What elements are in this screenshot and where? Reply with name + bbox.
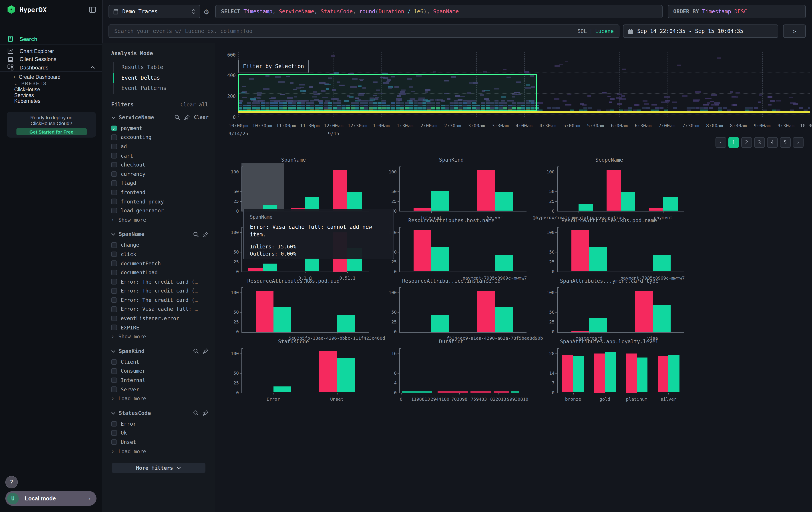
pin-icon[interactable] [203, 231, 208, 237]
filter-checkbox-row[interactable]: frontend [111, 188, 209, 197]
load-more-button[interactable]: ›Show more [111, 332, 209, 341]
help-button[interactable]: ? [5, 476, 18, 488]
checkbox-unchecked[interactable] [111, 297, 117, 303]
sidebar-collapse-icon[interactable] [89, 6, 96, 13]
sidebar-item-kubernetes[interactable]: Kubernetes [14, 98, 40, 104]
filter-checkbox-row[interactable]: documentFetch [111, 259, 209, 268]
lucene-toggle[interactable]: Lucene [595, 28, 614, 34]
checkbox-unchecked[interactable] [111, 134, 117, 140]
filter-checkbox-row[interactable]: checkout [111, 160, 209, 169]
search-input[interactable]: Search your events w/ Lucene ex. column:… [109, 25, 619, 38]
page-next-button[interactable]: › [793, 137, 803, 147]
chevron-down-icon[interactable] [111, 412, 116, 414]
filter-checkbox-row[interactable]: Ok [111, 428, 209, 437]
filter-checkbox-row[interactable]: Error: The credit card (… [111, 295, 209, 304]
search-icon[interactable] [193, 410, 199, 416]
checkbox-unchecked[interactable] [111, 368, 117, 374]
sidebar-item-search[interactable]: Search [0, 35, 102, 43]
checkbox-unchecked[interactable] [111, 316, 117, 321]
checkbox-unchecked[interactable] [111, 251, 117, 257]
page-3-button[interactable]: 3 [754, 137, 765, 147]
checkbox-unchecked[interactable] [111, 378, 117, 383]
filter-by-selection-button[interactable]: Filter by Selection [238, 60, 309, 73]
checkbox-unchecked[interactable] [111, 359, 117, 365]
search-icon[interactable] [193, 231, 199, 237]
checkbox-unchecked[interactable] [111, 439, 117, 445]
pin-icon[interactable] [203, 410, 208, 416]
filter-checkbox-row[interactable]: frontend-proxy [111, 197, 209, 206]
date-range-picker[interactable]: Sep 14 22:04:35 - Sep 15 10:04:35 [623, 25, 778, 38]
filter-checkbox-row[interactable]: Error: The credit card (… [111, 277, 209, 286]
checkbox-unchecked[interactable] [111, 199, 117, 204]
filter-checkbox-row[interactable]: Internal [111, 376, 209, 385]
checkbox-unchecked[interactable] [111, 306, 117, 312]
heatmap-selection-box[interactable] [238, 74, 537, 111]
filter-checkbox-row[interactable]: Client [111, 357, 209, 367]
checkbox-unchecked[interactable] [111, 162, 117, 168]
source-selector[interactable]: Demo Traces [109, 5, 200, 18]
search-icon[interactable] [174, 114, 180, 120]
analysis-mode-results-table[interactable]: Results Table [113, 62, 209, 73]
checkbox-unchecked[interactable] [111, 153, 117, 159]
filter-checkbox-row[interactable]: Consumer [111, 367, 209, 376]
chevron-down-icon[interactable] [111, 350, 116, 352]
checkbox-unchecked[interactable] [111, 261, 117, 266]
filter-checkbox-row[interactable]: change [111, 240, 209, 249]
sidebar-item-clickhouse[interactable]: ClickHouse [14, 87, 40, 92]
checkbox-unchecked[interactable] [111, 171, 117, 177]
pin-icon[interactable] [184, 114, 190, 120]
filter-checkbox-row[interactable]: flagd [111, 179, 209, 188]
pin-icon[interactable] [203, 348, 208, 354]
filter-checkbox-row[interactable]: documentLoad [111, 268, 209, 277]
clear-all-button[interactable]: Clear all [180, 101, 208, 108]
checkbox-unchecked[interactable] [111, 242, 117, 248]
sidebar-item-services[interactable]: Services [14, 92, 34, 98]
page-2-button[interactable]: 2 [741, 137, 752, 147]
page-1-button[interactable]: 1 [728, 137, 739, 147]
checkbox-unchecked[interactable] [111, 325, 117, 330]
load-more-button[interactable]: ›Show more [111, 215, 209, 224]
get-started-button[interactable]: Get Started for Free [16, 128, 86, 135]
checkbox-unchecked[interactable] [111, 143, 117, 149]
search-icon[interactable] [193, 348, 199, 354]
chevron-down-icon[interactable] [111, 116, 116, 119]
page-prev-button[interactable]: ‹ [716, 137, 726, 147]
user-menu[interactable]: U Local mode › [5, 491, 96, 506]
analysis-mode-event-patterns[interactable]: Event Patterns [113, 83, 209, 94]
checkbox-unchecked[interactable] [111, 208, 117, 214]
load-more-button[interactable]: ›Load more [111, 447, 209, 456]
checkbox-checked[interactable]: ✓ [111, 125, 117, 131]
filter-checkbox-row[interactable]: accounting [111, 133, 209, 142]
page-5-button[interactable]: 5 [780, 137, 790, 147]
filter-checkbox-row[interactable]: ✓payment [111, 124, 209, 133]
checkbox-unchecked[interactable] [111, 387, 117, 392]
gear-icon[interactable]: ⚙ [203, 8, 209, 16]
checkbox-unchecked[interactable] [111, 421, 117, 427]
filter-checkbox-row[interactable]: EXPIRE [111, 323, 209, 332]
checkbox-unchecked[interactable] [111, 270, 117, 275]
filter-checkbox-row[interactable]: Error: Visa cache full: … [111, 304, 209, 314]
analysis-mode-event-deltas[interactable]: Event Deltas [113, 73, 209, 83]
clear-filter-button[interactable]: Clear [194, 114, 208, 120]
filter-checkbox-row[interactable]: Unset [111, 437, 209, 447]
filter-checkbox-row[interactable]: Error [111, 419, 209, 428]
filter-checkbox-row[interactable]: currency [111, 169, 209, 179]
sidebar-item-client-sessions[interactable]: Client Sessions [0, 55, 102, 63]
filter-checkbox-row[interactable]: Error: The credit card (… [111, 286, 209, 295]
presets-toggle[interactable]: ⌄ PRESETS [14, 81, 47, 86]
filter-checkbox-row[interactable]: cart [111, 151, 209, 160]
sql-toggle[interactable]: SQL [577, 28, 587, 34]
sidebar-item-dashboards[interactable]: Dashboards [0, 63, 102, 72]
filter-checkbox-row[interactable]: Server [111, 385, 209, 394]
filter-checkbox-row[interactable]: load-generator [111, 206, 209, 215]
select-query-input[interactable]: SELECT Timestamp, ServiceName, StatusCod… [215, 5, 663, 18]
load-more-button[interactable]: ›Load more [111, 394, 209, 403]
filter-checkbox-row[interactable]: eventListener.error [111, 314, 209, 323]
run-query-button[interactable]: ▷ [783, 25, 806, 38]
checkbox-unchecked[interactable] [111, 430, 117, 436]
chevron-down-icon[interactable] [111, 233, 116, 236]
sidebar-item-chart-explorer[interactable]: Chart Explorer [0, 47, 102, 55]
checkbox-unchecked[interactable] [111, 279, 117, 285]
create-dashboard-button[interactable]: + Create Dashboard [13, 74, 60, 80]
checkbox-unchecked[interactable] [111, 189, 117, 195]
